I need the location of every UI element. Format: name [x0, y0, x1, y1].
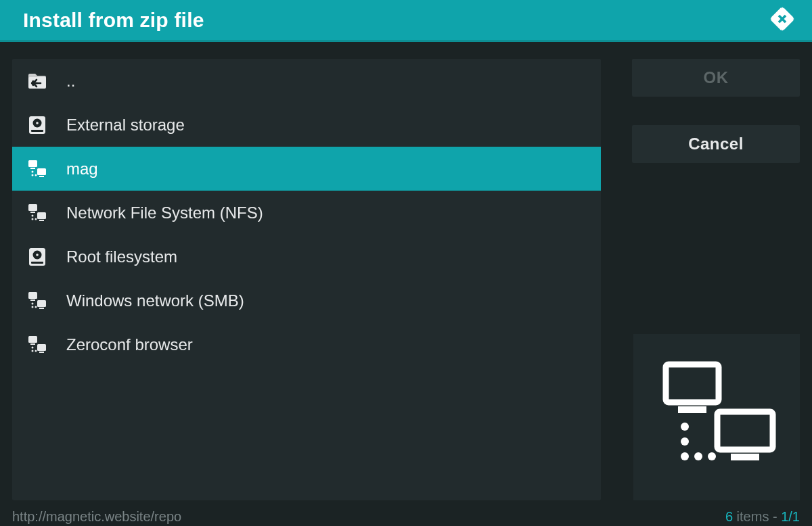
list-item[interactable]: Network File System (NFS)	[12, 191, 601, 235]
file-browser-list: .. External storage mag Network File Sys…	[12, 59, 601, 500]
network-icon	[652, 358, 781, 476]
list-item-label: Root filesystem	[66, 247, 177, 266]
kodi-logo-icon	[769, 5, 796, 35]
list-item-label: External storage	[66, 116, 185, 135]
list-item[interactable]: Zeroconf browser	[12, 322, 601, 366]
ok-button[interactable]: OK	[632, 59, 800, 97]
network-icon	[26, 203, 49, 223]
dialog-body: .. External storage mag Network File Sys…	[0, 44, 812, 507]
list-item[interactable]: External storage	[12, 103, 601, 147]
status-bar: http://magnetic.website/repo 6 items - 1…	[0, 507, 812, 526]
list-item-label: Zeroconf browser	[66, 335, 193, 354]
list-item-label: Network File System (NFS)	[66, 204, 263, 222]
header-bar: Install from zip file	[0, 0, 812, 42]
network-icon	[26, 291, 49, 311]
network-icon	[26, 159, 49, 179]
drive-icon	[26, 247, 49, 267]
list-item-label: mag	[66, 160, 98, 178]
network-icon	[26, 335, 49, 355]
list-item[interactable]: Windows network (SMB)	[12, 279, 601, 322]
status-path: http://magnetic.website/repo	[12, 509, 181, 525]
list-item[interactable]: mag	[12, 147, 601, 191]
drive-icon	[26, 115, 49, 135]
cancel-button[interactable]: Cancel	[632, 125, 800, 163]
folder-up-icon	[26, 71, 49, 91]
list-item-parent[interactable]: ..	[12, 59, 601, 103]
preview-thumbnail	[633, 334, 800, 500]
status-item-count: 6 items - 1/1	[725, 509, 800, 525]
side-panel: OK Cancel	[632, 59, 800, 500]
list-item[interactable]: Root filesystem	[12, 235, 601, 279]
list-item-label: Windows network (SMB)	[66, 291, 244, 310]
dialog-title: Install from zip file	[23, 9, 204, 32]
list-item-label: ..	[66, 72, 75, 91]
